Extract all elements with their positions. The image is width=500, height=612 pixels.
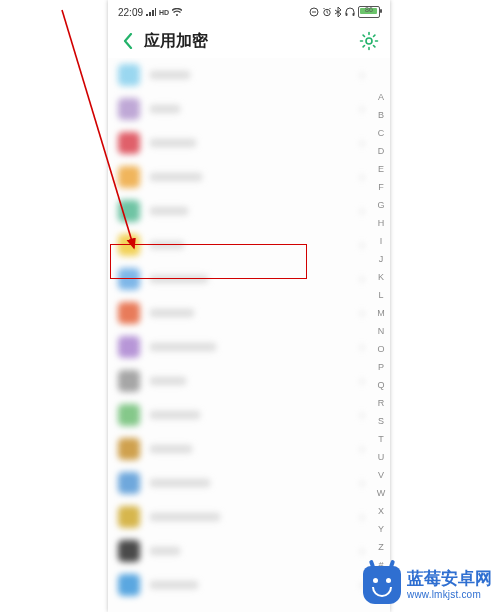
alpha-letter[interactable]: A: [378, 88, 384, 106]
chevron-right-icon: ›: [360, 510, 364, 524]
app-name-placeholder: [150, 241, 184, 249]
app-icon: [118, 64, 140, 86]
app-icon: [118, 472, 140, 494]
app-row[interactable]: ›: [108, 228, 370, 262]
app-row[interactable]: ›: [108, 126, 370, 160]
alpha-letter[interactable]: X: [378, 502, 384, 520]
phone-frame: 22:09 HD 86: [108, 0, 390, 612]
alphabet-index[interactable]: ABCDEFGHIJKLMNOPQRSTUVWXYZ#: [373, 88, 389, 574]
app-icon: [118, 302, 140, 324]
status-bar: 22:09 HD 86: [108, 0, 390, 22]
status-right: 86: [309, 6, 380, 18]
alarm-icon: [322, 7, 332, 17]
app-icon: [118, 132, 140, 154]
watermark-url: www.lmkjst.com: [407, 589, 492, 600]
app-row[interactable]: ›: [108, 160, 370, 194]
chevron-right-icon: ›: [360, 306, 364, 320]
chevron-right-icon: ›: [360, 102, 364, 116]
app-name-placeholder: [150, 105, 180, 113]
wifi-icon: [172, 8, 182, 16]
alpha-letter[interactable]: D: [378, 142, 385, 160]
app-row[interactable]: ›: [108, 534, 370, 568]
alpha-letter[interactable]: N: [378, 322, 385, 340]
battery-icon: 86: [358, 6, 380, 18]
app-icon: [118, 574, 140, 596]
alpha-letter[interactable]: G: [377, 196, 384, 214]
chevron-right-icon: ›: [360, 272, 364, 286]
alpha-letter[interactable]: Q: [377, 376, 384, 394]
app-icon: [118, 540, 140, 562]
watermark-title: 蓝莓安卓网: [407, 570, 492, 589]
app-row[interactable]: ›: [108, 330, 370, 364]
alpha-letter[interactable]: O: [377, 340, 384, 358]
watermark: 蓝莓安卓网 www.lmkjst.com: [363, 566, 492, 604]
chevron-right-icon: ›: [360, 340, 364, 354]
app-name-placeholder: [150, 547, 180, 555]
app-name-placeholder: [150, 309, 194, 317]
svg-rect-3: [353, 13, 355, 16]
app-icon: [118, 370, 140, 392]
headphones-icon: [345, 7, 355, 17]
alpha-letter[interactable]: E: [378, 160, 384, 178]
chevron-right-icon: ›: [360, 170, 364, 184]
alpha-letter[interactable]: B: [378, 106, 384, 124]
app-name-placeholder: [150, 173, 202, 181]
alpha-letter[interactable]: U: [378, 448, 385, 466]
svg-point-4: [366, 38, 372, 44]
watermark-logo-icon: [363, 566, 401, 604]
alpha-letter[interactable]: F: [378, 178, 384, 196]
app-name-placeholder: [150, 411, 200, 419]
app-row[interactable]: ›: [108, 500, 370, 534]
app-icon: [118, 438, 140, 460]
alpha-letter[interactable]: K: [378, 268, 384, 286]
alpha-letter[interactable]: Y: [378, 520, 384, 538]
alpha-letter[interactable]: T: [378, 430, 384, 448]
chevron-right-icon: ›: [360, 204, 364, 218]
app-row[interactable]: ›: [108, 296, 370, 330]
chevron-right-icon: ›: [360, 238, 364, 252]
app-name-placeholder: [150, 513, 220, 521]
alpha-letter[interactable]: J: [379, 250, 384, 268]
app-name-placeholder: [150, 343, 216, 351]
alpha-letter[interactable]: R: [378, 394, 385, 412]
watermark-text: 蓝莓安卓网 www.lmkjst.com: [407, 570, 492, 600]
hd-icon: HD: [159, 9, 169, 16]
signal-icon: [146, 8, 156, 16]
app-icon: [118, 336, 140, 358]
settings-button[interactable]: [358, 30, 380, 52]
content-area: ›››››››››››››››› ABCDEFGHIJKLMNOPQRSTUVW…: [108, 58, 390, 612]
app-row[interactable]: ›: [108, 432, 370, 466]
app-row[interactable]: ›: [108, 466, 370, 500]
alpha-letter[interactable]: L: [378, 286, 383, 304]
app-name-placeholder: [150, 207, 188, 215]
app-row[interactable]: ›: [108, 92, 370, 126]
alpha-letter[interactable]: W: [377, 484, 386, 502]
alpha-letter[interactable]: C: [378, 124, 385, 142]
back-button[interactable]: [118, 31, 138, 51]
alpha-letter[interactable]: P: [378, 358, 384, 376]
app-row[interactable]: ›: [108, 58, 370, 92]
chevron-right-icon: ›: [360, 408, 364, 422]
chevron-right-icon: ›: [360, 476, 364, 490]
app-list: ››››››››››››››››: [108, 58, 370, 612]
app-name-placeholder: [150, 275, 208, 283]
app-row[interactable]: ›: [108, 398, 370, 432]
status-time: 22:09: [118, 7, 143, 18]
chevron-right-icon: ›: [360, 136, 364, 150]
app-row[interactable]: ›: [108, 194, 370, 228]
alpha-letter[interactable]: I: [380, 232, 383, 250]
battery-percent: 86: [359, 6, 379, 13]
alpha-letter[interactable]: M: [377, 304, 385, 322]
app-name-placeholder: [150, 71, 190, 79]
alpha-letter[interactable]: V: [378, 466, 384, 484]
app-name-placeholder: [150, 479, 210, 487]
app-row[interactable]: ›: [108, 568, 370, 602]
app-name-placeholder: [150, 139, 196, 147]
app-row[interactable]: ›: [108, 364, 370, 398]
alpha-letter[interactable]: S: [378, 412, 384, 430]
alpha-letter[interactable]: Z: [378, 538, 384, 556]
app-header: 应用加密: [108, 22, 390, 60]
alpha-letter[interactable]: H: [378, 214, 385, 232]
app-name-placeholder: [150, 445, 192, 453]
app-row[interactable]: ›: [108, 262, 370, 296]
